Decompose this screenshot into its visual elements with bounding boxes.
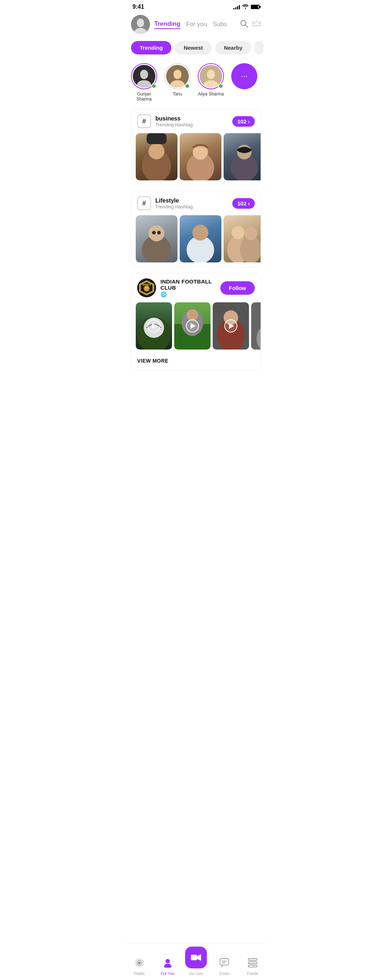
story-more-item[interactable]: ···	[231, 63, 257, 102]
grid-image[interactable]	[223, 215, 261, 262]
filter-newest[interactable]: Newest	[175, 41, 212, 54]
video-grid	[131, 302, 261, 354]
svg-point-6	[140, 70, 148, 79]
tab-trending[interactable]: Trending	[154, 20, 180, 29]
story-online-indicator	[185, 83, 190, 89]
filter-trending[interactable]: Trending	[131, 41, 171, 54]
stories-row: Gunjan Sharma Tanu	[125, 60, 267, 109]
signal-icon	[233, 4, 240, 10]
hash-icon: #	[137, 115, 151, 128]
club-info: INDIAN FOOTBALL CLUB 🌐	[161, 278, 220, 297]
hashtag-header: # business Trending Hashtag 102 ›	[131, 109, 261, 133]
hashtag-name: business	[155, 115, 232, 122]
grid-image[interactable]	[180, 133, 221, 180]
nav-tabs: Trending For you Subs	[154, 20, 236, 29]
filter-nearby[interactable]: Nearby	[215, 41, 251, 54]
tab-subs[interactable]: Subs	[213, 20, 227, 29]
story-item[interactable]: Aliya Sharma	[198, 63, 224, 102]
status-time: 9:41	[132, 4, 144, 10]
story-name: Tanu	[173, 91, 182, 97]
story-avatar-wrap	[198, 63, 224, 89]
view-more-text: VIEW MORE	[137, 358, 169, 364]
follow-button[interactable]: Follow	[220, 281, 255, 295]
hashtag-card-business: # business Trending Hashtag 102 ›	[131, 109, 261, 185]
hash-icon: #	[137, 196, 151, 210]
story-name: Gunjan Sharma	[131, 91, 157, 102]
club-name: INDIAN FOOTBALL CLUB	[161, 278, 220, 291]
hashtag-info: Lifestyle Trending Hashtag	[155, 197, 232, 210]
story-name: Aliya Sharma	[198, 91, 223, 97]
svg-point-22	[148, 225, 164, 241]
tab-for-you[interactable]: For you	[186, 20, 207, 29]
svg-point-15	[148, 143, 164, 159]
grid-image[interactable]	[136, 215, 177, 262]
hashtag-sub: Trending Hashtag	[155, 122, 232, 127]
video-thumb[interactable]	[251, 302, 261, 350]
hashtag-name: Lifestyle	[155, 197, 232, 204]
hashtag-info: business Trending Hashtag	[155, 115, 232, 127]
story-item[interactable]: Gunjan Sharma	[131, 63, 157, 102]
status-bar: 9:41	[125, 0, 267, 12]
more-dots-icon: ···	[241, 72, 247, 81]
hashtag-count[interactable]: 102 ›	[232, 116, 255, 127]
filter-more[interactable]	[255, 41, 263, 54]
story-more-btn[interactable]: ···	[231, 63, 257, 89]
avatar[interactable]	[131, 15, 150, 34]
video-thumb[interactable]	[174, 302, 210, 350]
play-button[interactable]	[147, 320, 161, 332]
story-avatar-wrap	[164, 63, 191, 89]
wifi-icon	[242, 4, 249, 10]
search-icon[interactable]	[240, 20, 248, 29]
play-button[interactable]	[186, 320, 199, 332]
grid-image[interactable]	[223, 133, 261, 180]
svg-text:WINDY: WINDY	[142, 283, 151, 286]
svg-point-9	[174, 70, 182, 79]
hashtag-header: # Lifestyle Trending Hashtag 102 ›	[131, 191, 261, 215]
status-icons	[233, 4, 260, 10]
svg-line-4	[245, 25, 248, 27]
svg-point-12	[207, 70, 215, 79]
images-grid	[131, 133, 261, 185]
story-avatar-wrap	[131, 63, 157, 89]
hashtag-sub: Trending Hashtag	[155, 204, 232, 210]
battery-icon	[251, 5, 260, 9]
header: Trending For you Subs	[125, 12, 267, 38]
video-thumb[interactable]	[136, 302, 172, 350]
svg-point-30	[244, 227, 257, 240]
svg-rect-16	[147, 133, 167, 144]
filter-row: Trending Newest Nearby	[125, 38, 267, 60]
svg-point-26	[192, 225, 208, 241]
svg-point-29	[231, 226, 245, 239]
video-thumb[interactable]	[213, 302, 249, 350]
view-more[interactable]: VIEW MORE	[131, 354, 261, 370]
hashtag-count[interactable]: 102 ›	[232, 198, 255, 209]
svg-point-1	[137, 19, 144, 27]
chevron-right-icon: ›	[248, 118, 250, 124]
story-online-indicator	[151, 83, 156, 89]
svg-text:city: city	[145, 286, 148, 288]
club-card: WINDY city INDIAN FOOTBALL CLUB 🌐 Follow	[131, 273, 261, 370]
svg-point-23	[152, 231, 156, 234]
grid-image[interactable]	[180, 215, 221, 262]
images-grid	[131, 215, 261, 267]
hashtag-card-lifestyle: # Lifestyle Trending Hashtag 102 ›	[131, 191, 261, 267]
header-icons	[240, 20, 261, 29]
story-online-indicator	[218, 83, 223, 89]
grid-image[interactable]	[136, 133, 177, 180]
play-button[interactable]	[224, 320, 237, 332]
club-logo: WINDY city	[137, 278, 156, 297]
story-item[interactable]: Tanu	[164, 63, 191, 102]
club-header: WINDY city INDIAN FOOTBALL CLUB 🌐 Follow	[131, 273, 261, 302]
club-type-row: 🌐	[161, 291, 220, 297]
globe-icon: 🌐	[161, 291, 167, 297]
crown-icon[interactable]	[252, 20, 261, 29]
chevron-right-icon: ›	[248, 200, 250, 207]
svg-point-24	[157, 231, 161, 234]
